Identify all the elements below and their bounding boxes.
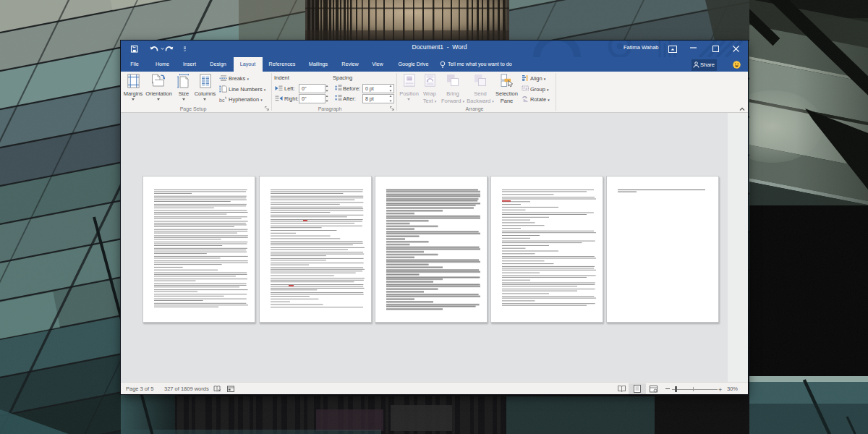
- svg-text:bc: bc: [219, 97, 225, 102]
